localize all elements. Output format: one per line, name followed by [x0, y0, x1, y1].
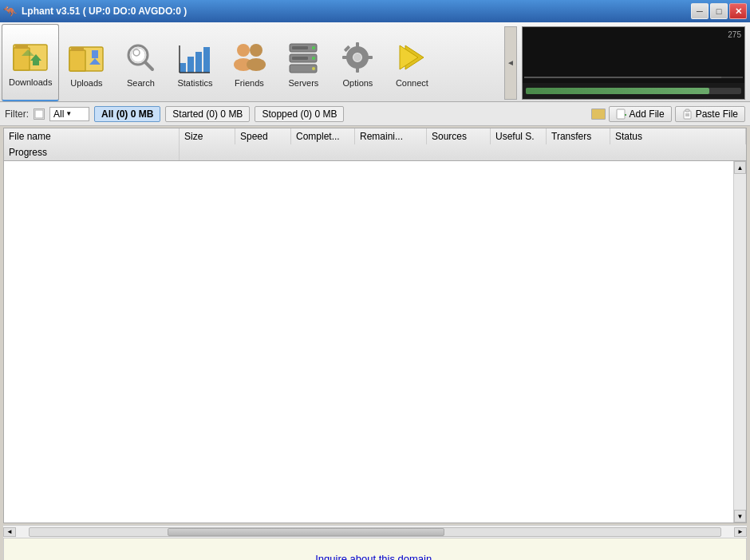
toolbar-preview: 275: [522, 26, 745, 100]
col-completed: Complet...: [291, 128, 355, 144]
uploads-icon: [67, 38, 105, 77]
svg-rect-16: [188, 57, 194, 73]
filter-right: Add File Paste File: [591, 106, 745, 122]
filter-tab-all[interactable]: All (0) 0 MB: [94, 106, 160, 122]
scroll-down-arrow[interactable]: ▼: [734, 510, 746, 523]
app-icon: 🦘: [3, 5, 17, 18]
col-size: Size: [180, 128, 235, 144]
table-header: File name Size Speed Complet... Remaini.…: [4, 128, 746, 161]
friends-icon: [230, 38, 268, 77]
filter-label: Filter:: [5, 108, 29, 120]
svg-rect-31: [292, 46, 308, 49]
friends-label: Friends: [235, 78, 264, 88]
table-with-scroll: ▲ ▼: [4, 161, 746, 523]
col-progress: Progress: [4, 144, 180, 160]
svg-rect-32: [292, 57, 308, 60]
svg-rect-36: [356, 66, 359, 73]
svg-rect-7: [69, 50, 85, 71]
toolbar-servers[interactable]: Servers: [276, 24, 330, 101]
toolbar-downloads[interactable]: Downloads: [2, 24, 59, 101]
main-content: File name Size Speed Complet... Remaini.…: [0, 126, 750, 538]
connect-icon: [393, 38, 431, 77]
svg-rect-38: [366, 56, 373, 59]
svg-rect-47: [685, 109, 689, 112]
toolbar-friends[interactable]: Friends: [222, 24, 276, 101]
table-section: File name Size Speed Complet... Remaini.…: [0, 126, 750, 525]
downloads-icon: [11, 37, 49, 76]
servers-label: Servers: [288, 78, 318, 88]
svg-rect-43: [617, 109, 625, 119]
connect-label: Connect: [396, 78, 428, 88]
svg-point-28: [312, 46, 315, 49]
toolbar: Downloads Uploads Search: [0, 22, 750, 102]
svg-point-34: [353, 53, 361, 61]
filter-tab-stopped[interactable]: Stopped (0) 0 MB: [255, 106, 344, 122]
svg-point-23: [250, 44, 262, 57]
col-transfers: Transfers: [547, 128, 610, 144]
filter-bar: Filter: All ▼ All (0) 0 MB Started (0) 0…: [0, 102, 750, 126]
svg-rect-4: [33, 61, 39, 65]
toolbar-search[interactable]: Search: [113, 24, 168, 101]
search-label: Search: [127, 78, 155, 88]
filter-folder-icon: [591, 108, 606, 120]
filter-file-icon: [34, 108, 45, 120]
preview-bar-fill: [526, 88, 709, 94]
options-icon: [338, 38, 377, 77]
col-status: Status: [610, 128, 746, 144]
col-useful: Useful S.: [491, 128, 547, 144]
vertical-scrollbar[interactable]: ▲ ▼: [733, 161, 746, 523]
svg-rect-10: [92, 50, 98, 58]
toolbar-statistics[interactable]: Statistics: [168, 24, 222, 101]
downloads-label: Downloads: [9, 77, 52, 87]
title-bar: 🦘 Lphant v3.51 ( UP:0 DO:0 AVGDO:0 ) ─ □…: [0, 0, 750, 22]
inquire-link[interactable]: Inquire about this domain.: [315, 553, 435, 561]
preview-bar-container: [523, 83, 744, 99]
downloads-table: File name Size Speed Complet... Remaini.…: [3, 128, 747, 523]
toolbar-expand-button[interactable]: ◄: [504, 26, 517, 100]
col-remaining: Remaini...: [355, 128, 427, 144]
toolbar-right: ◄ 275: [503, 24, 748, 101]
window-controls: ─ □ ✕: [691, 3, 747, 19]
col-sources: Sources: [427, 128, 491, 144]
paste-file-label: Paste File: [696, 108, 738, 120]
col-speed: Speed: [235, 128, 291, 144]
svg-rect-15: [180, 63, 186, 73]
svg-rect-2: [15, 45, 28, 49]
preview-progress-bar: [526, 88, 741, 94]
svg-point-29: [312, 57, 315, 60]
toolbar-connect[interactable]: Connect: [385, 24, 439, 101]
paste-file-button[interactable]: Paste File: [675, 106, 745, 122]
svg-line-14: [145, 62, 152, 69]
svg-rect-35: [356, 42, 359, 49]
filter-dropdown[interactable]: All ▼: [49, 107, 89, 121]
toolbar-uploads[interactable]: Uploads: [59, 24, 113, 101]
add-file-label: Add File: [630, 108, 665, 120]
maximize-button[interactable]: □: [710, 3, 728, 19]
window-title: Lphant v3.51 ( UP:0 DO:0 AVGDO:0 ): [22, 6, 187, 17]
svg-rect-8: [71, 47, 84, 51]
minimize-button[interactable]: ─: [691, 3, 709, 19]
toolbar-options[interactable]: Options: [330, 24, 385, 101]
table-body[interactable]: [4, 161, 733, 523]
v-scroll-track[interactable]: [734, 174, 746, 510]
svg-rect-37: [342, 56, 349, 59]
svg-rect-42: [35, 110, 43, 118]
h-scroll-track: [29, 527, 721, 537]
preview-label: 275: [728, 30, 741, 39]
scroll-up-arrow[interactable]: ▲: [734, 161, 746, 174]
statistics-icon: [176, 38, 214, 77]
svg-rect-18: [203, 47, 210, 73]
dropdown-arrow: ▼: [65, 110, 72, 117]
scroll-left-arrow[interactable]: ◄: [3, 527, 16, 537]
scroll-right-arrow[interactable]: ►: [734, 527, 747, 537]
search-icon: [121, 38, 160, 77]
h-scroll-thumb[interactable]: [168, 528, 444, 536]
svg-point-24: [247, 58, 266, 71]
add-file-button[interactable]: Add File: [609, 106, 672, 122]
horizontal-scrollbar[interactable]: ◄ ►: [3, 525, 747, 538]
filter-tab-started[interactable]: Started (0) 0 MB: [165, 106, 250, 122]
close-button[interactable]: ✕: [729, 3, 747, 19]
servers-icon: [284, 38, 322, 77]
statistics-label: Statistics: [177, 78, 212, 88]
svg-point-30: [312, 67, 315, 70]
